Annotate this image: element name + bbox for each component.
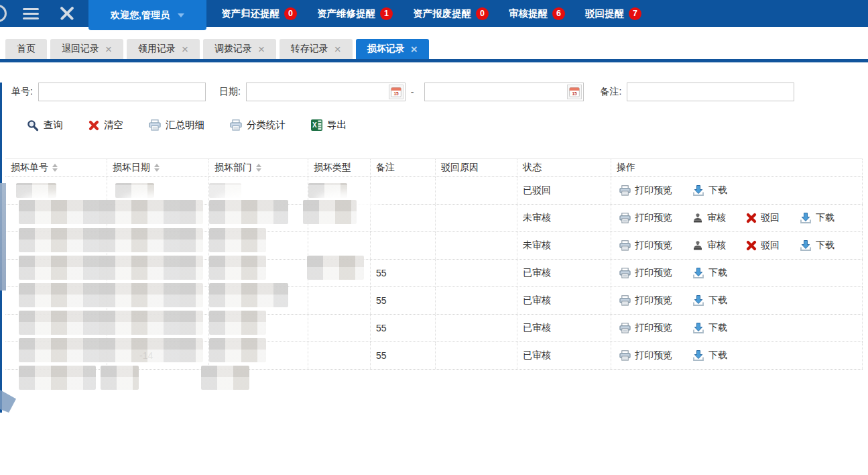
sort-icon [52,164,58,172]
calendar-icon: 15 [391,87,401,97]
download-arrow-icon [692,350,704,362]
query-button[interactable]: 查询 [27,119,63,131]
actions-cell: 打印预览 下载 [611,177,863,204]
clear-button[interactable]: 清空 [88,119,123,131]
date-cell [107,205,209,231]
print-preview-action[interactable]: 打印预览 [619,267,672,279]
order-no-cell [5,342,107,369]
top-navigation-bar: 欢迎您,管理员 资产归还提醒 0 资产维修提醒 1 资产报废提醒 0 审核提醒 … [0,0,868,27]
excel-icon: X [311,119,322,131]
date-cell [107,287,209,314]
download-action[interactable]: 下载 [692,267,727,279]
damage-records-panel: 单号: 日期: 15 - [0,83,868,475]
reminder-label: 资产归还提醒 [221,7,280,20]
dept-cell [209,260,308,286]
column-header-damage-dept[interactable]: 损坏部门 [209,159,308,176]
magnifier-icon [27,119,39,131]
print-preview-action[interactable]: 打印预览 [619,322,672,334]
status-cell: 已审核 [517,315,611,341]
category-stats-button[interactable]: 分类统计 [230,119,286,131]
download-action[interactable]: 下载 [800,240,834,252]
date-to-input[interactable] [424,83,584,101]
tab-transfer-records[interactable]: 调拨记录 × [203,39,276,59]
order-number-input[interactable] [38,83,206,101]
audit-action[interactable]: 审核 [692,240,726,252]
tab-damage-records[interactable]: 损坏记录 × [356,39,429,59]
column-header-damage-order-no[interactable]: 损坏单号 [5,159,107,176]
audit-reminder[interactable]: 审核提醒 6 [509,7,565,20]
reject-reason-cell [436,287,517,314]
table-row: 已驳回 打印预览 下载 [5,177,863,205]
download-action[interactable]: 下载 [692,322,727,334]
print-preview-action[interactable]: 打印预览 [619,212,672,224]
damage-records-table: 损坏单号 损坏日期 损坏部门 损坏类型 备注 驳回原因 [5,158,863,370]
reminder-label: 驳回提醒 [585,7,624,20]
export-button[interactable]: X 导出 [311,119,347,131]
date-fragment: -14 [113,350,153,361]
download-action[interactable]: 下载 [692,350,727,362]
tab-requisition-records[interactable]: 领用记录 × [127,39,200,59]
print-preview-action[interactable]: 打印预览 [619,350,672,362]
download-action[interactable]: 下载 [800,212,834,224]
print-preview-action[interactable]: 打印预览 [619,184,672,197]
printer-icon [619,185,631,196]
dept-cell [209,232,308,259]
type-cell [308,287,371,314]
remark-cell: 55 [371,287,436,314]
date-cell [107,232,209,259]
print-preview-action[interactable]: 打印预览 [619,240,672,252]
table-row: -14 55 已审核 打印预览 下载 [5,342,863,370]
count-badge: 1 [380,7,393,20]
table-row: 55 已审核 打印预览 下载 [5,287,863,315]
tab-close-icon[interactable]: × [258,44,265,55]
svg-text:15: 15 [572,91,578,96]
remark-input[interactable] [627,83,794,101]
asset-repair-reminder[interactable]: 资产维修提醒 1 [317,7,393,20]
search-form: 单号: 日期: 15 - [11,83,868,101]
date-to-calendar-button[interactable]: 15 [567,85,582,99]
tab-storage-records[interactable]: 转存记录 × [280,39,353,59]
printer-icon [619,240,631,251]
reject-action[interactable]: 驳回 [746,240,780,252]
printer-icon [619,268,631,278]
table-row: 未审核 打印预览 审核 驳回 [5,232,863,260]
type-cell [308,315,371,341]
asset-scrap-reminder[interactable]: 资产报废提醒 0 [413,7,489,20]
welcome-user-button[interactable]: 欢迎您,管理员 [88,0,206,30]
date-cell [107,177,209,204]
date-from-input[interactable] [246,83,406,101]
tab-close-icon[interactable]: × [105,44,112,55]
tab-home[interactable]: 首页 [5,39,47,59]
printer-icon [619,350,631,361]
dept-cell [209,342,308,369]
asset-return-reminder[interactable]: 资产归还提醒 0 [221,7,297,20]
reject-reminder[interactable]: 驳回提醒 7 [585,7,641,20]
download-action[interactable]: 下载 [692,295,727,307]
column-header-damage-date[interactable]: 损坏日期 [107,159,209,176]
stamp-icon [692,213,703,223]
tab-label: 损坏记录 [367,43,405,55]
tab-close-icon[interactable]: × [411,44,418,55]
column-header-status: 状态 [517,159,611,176]
remark-cell [371,232,436,259]
red-x-icon [88,120,99,131]
download-action[interactable]: 下载 [692,184,727,197]
red-x-icon [746,213,757,223]
summary-detail-button[interactable]: 汇总明细 [149,119,204,131]
audit-action[interactable]: 审核 [692,212,726,224]
close-icon[interactable] [59,5,75,21]
tab-close-icon[interactable]: × [182,44,188,55]
print-preview-action[interactable]: 打印预览 [619,295,672,307]
reject-action[interactable]: 驳回 [746,212,780,224]
printer-icon [619,213,631,223]
stamp-icon [692,240,703,251]
hamburger-menu-icon[interactable] [23,8,39,19]
date-from-calendar-button[interactable]: 15 [389,85,404,99]
printer-icon [149,119,161,131]
tab-return-records[interactable]: 退回记录 × [50,39,123,59]
remark-cell: 55 [371,342,436,369]
censor-block [0,390,16,413]
tab-close-icon[interactable]: × [334,44,341,55]
type-cell [308,232,371,259]
sort-icon [154,164,160,172]
